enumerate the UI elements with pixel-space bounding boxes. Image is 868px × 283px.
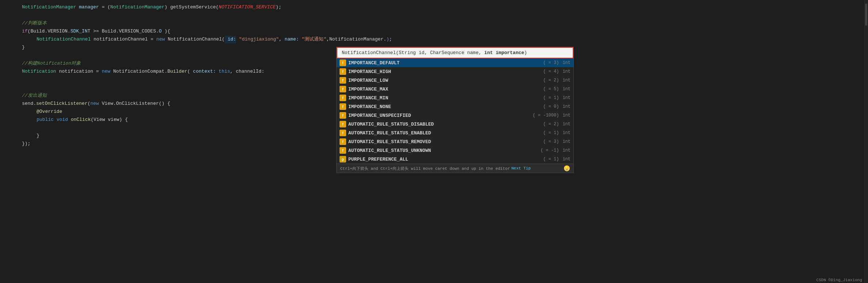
code-token: Notification — [22, 68, 56, 76]
autocomplete-item[interactable]: f AUTOMATIC_RULE_STATUS_ENABLED ( = 1) i… — [337, 129, 573, 137]
autocomplete-item[interactable]: p PURPLE_PREFERENCE_ALL ( = 1) int — [337, 155, 573, 164]
code-token: NotificationManager — [110, 4, 164, 11]
autocomplete-item[interactable]: f IMPORTANCE_NONE ( = 0) int — [337, 102, 573, 111]
code-token: name: — [285, 36, 299, 43]
code-token: Builder — [167, 68, 187, 76]
code-token — [216, 68, 219, 76]
item-type: int — [559, 60, 571, 65]
item-type: int — [559, 139, 571, 144]
item-name: AUTOMATIC_RULE_STATUS_ENABLED — [348, 130, 542, 136]
autocomplete-item[interactable]: f AUTOMATIC_RULE_STATUS_UNKNOWN ( = -1) … — [337, 146, 573, 155]
item-detail: ( = -1) — [541, 148, 559, 153]
code-token: O — [159, 28, 162, 35]
autocomplete-item[interactable]: f IMPORTANCE_UNSPECIFIED ( = -1000) int — [337, 111, 573, 120]
footer-hint: Ctrl+向下箭头 and Ctrl+向上箭头 will move caret … — [340, 166, 510, 171]
scrollbar[interactable] — [864, 0, 868, 283]
field-icon: f — [340, 68, 346, 75]
code-line-4: if(Build.VERSION.SDK_INT >= Build.VERSIO… — [0, 28, 868, 36]
code-token: ,NotificationManager. — [326, 36, 386, 43]
code-token: ( — [187, 68, 193, 76]
code-token: id: — [225, 36, 236, 43]
code-token: "测试通知" — [299, 36, 326, 43]
code-token: context: — [193, 68, 216, 76]
code-token: "dingjiaxiong" — [236, 36, 279, 43]
autocomplete-item[interactable]: f IMPORTANCE_HIGH ( = 4) int — [337, 67, 573, 76]
code-token: @Override — [37, 108, 62, 116]
scrollbar-thumb[interactable] — [865, 4, 867, 26]
item-detail: ( = 1) — [543, 130, 559, 135]
code-token: NotificationManager — [22, 4, 79, 11]
item-name: AUTOMATIC_RULE_STATUS_UNKNOWN — [348, 148, 539, 153]
code-token: manager — [79, 4, 99, 11]
code-token: new — [90, 100, 99, 108]
code-token: onClick — [71, 116, 91, 124]
code-token: >= Build.VERSION_CODES. — [90, 28, 159, 35]
item-detail: ( = 3) — [543, 139, 559, 144]
code-token: void — [57, 116, 68, 124]
autocomplete-item[interactable]: f AUTOMATIC_RULE_STATUS_DISABLED ( = 2) … — [337, 120, 573, 129]
item-type: int — [559, 122, 571, 127]
item-type: int — [559, 69, 571, 74]
property-icon: p — [340, 156, 346, 162]
next-tip-link[interactable]: Next Tip — [511, 166, 531, 171]
code-token: ){ — [162, 28, 170, 35]
field-icon: f — [340, 77, 346, 84]
autocomplete-item[interactable]: f IMPORTANCE_LOW ( = 2) int — [337, 76, 573, 85]
code-line-2 — [0, 12, 868, 20]
code-token: new — [102, 68, 110, 76]
code-token: ) — [386, 36, 389, 43]
field-icon: f — [340, 147, 346, 154]
autocomplete-item[interactable]: f IMPORTANCE_DEFAULT ( = 3) int — [337, 58, 573, 67]
autocomplete-list: f IMPORTANCE_DEFAULT ( = 3) int f IMPORT… — [337, 58, 573, 164]
code-token: ; — [389, 36, 392, 43]
tooltip-text: NotificationChannel(String id, CharSeque… — [342, 50, 527, 56]
item-detail: ( = -1000) — [532, 113, 559, 118]
item-name: IMPORTANCE_MIN — [348, 95, 542, 101]
item-name: IMPORTANCE_HIGH — [348, 69, 542, 74]
autocomplete-popup: NotificationChannel(String id, CharSeque… — [336, 47, 574, 173]
autocomplete-tooltip: NotificationChannel(String id, CharSeque… — [337, 47, 573, 58]
code-token: NotificationChannel — [37, 36, 91, 43]
code-token: = ( — [99, 4, 110, 11]
item-name: AUTOMATIC_RULE_STATUS_DISABLED — [348, 122, 542, 127]
item-detail: ( = 4) — [543, 69, 559, 74]
status-text: CSDN ©Ding_Jiaxiong — [816, 278, 862, 282]
code-token: //构建Notification对象 — [22, 60, 81, 68]
code-line-1: NotificationManager manager = (Notificat… — [0, 4, 868, 12]
code-token: public — [37, 116, 54, 124]
code-token: ) getSystemService( — [164, 4, 219, 11]
code-line-3: //判断版本 — [0, 20, 868, 28]
item-detail: ( = 1) — [543, 157, 559, 162]
code-token: , channelId: — [230, 68, 265, 76]
code-token: NOTIFICATION_SERVICE — [219, 4, 276, 11]
code-token: ( — [87, 100, 90, 108]
code-token: }); — [22, 140, 30, 148]
item-name: IMPORTANCE_DEFAULT — [348, 60, 542, 66]
item-detail: ( = 2) — [543, 122, 559, 127]
code-token: NotificationChannel( — [165, 36, 225, 43]
code-token: , — [279, 36, 285, 43]
code-token: setOnClickListener — [36, 100, 87, 108]
item-name: IMPORTANCE_LOW — [348, 78, 542, 83]
code-token: if — [22, 28, 28, 35]
item-name: AUTOMATIC_RULE_STATUS_REMOVED — [348, 139, 542, 145]
code-token: NotificationCompat. — [110, 68, 167, 76]
code-token — [54, 116, 57, 124]
field-icon: f — [340, 138, 346, 145]
code-token: } — [22, 44, 25, 51]
code-token: notification = — [56, 68, 102, 76]
code-token: //发出通知 — [22, 92, 47, 100]
autocomplete-footer: Ctrl+向下箭头 and Ctrl+向上箭头 will move caret … — [337, 164, 573, 173]
field-icon: f — [340, 103, 346, 110]
autocomplete-item[interactable]: f IMPORTANCE_MAX ( = 5) int — [337, 85, 573, 93]
item-detail: ( = 2) — [543, 78, 559, 83]
code-token: ); — [276, 4, 281, 11]
autocomplete-item[interactable]: f IMPORTANCE_MIN ( = 1) int — [337, 93, 573, 102]
item-name: IMPORTANCE_UNSPECIFIED — [348, 113, 531, 118]
autocomplete-item[interactable]: f AUTOMATIC_RULE_STATUS_REMOVED ( = 3) i… — [337, 137, 573, 146]
item-type: int — [559, 104, 571, 109]
status-bar: CSDN ©Ding_Jiaxiong — [811, 277, 868, 283]
code-token: View.OnClickListener() { — [99, 100, 170, 108]
item-detail: ( = 1) — [543, 95, 559, 100]
lightbulb-icon: 💡 — [564, 165, 570, 171]
